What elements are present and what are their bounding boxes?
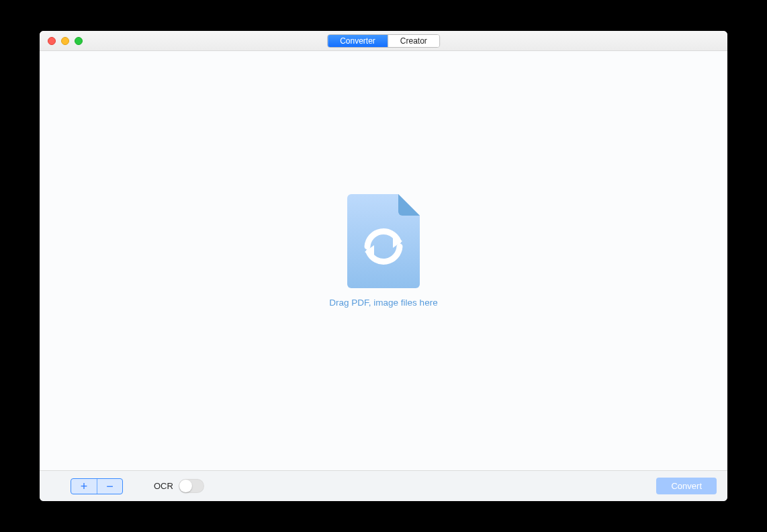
minimize-icon[interactable] <box>61 37 69 45</box>
ocr-group: OCR <box>154 479 204 493</box>
ocr-toggle[interactable] <box>179 479 204 493</box>
file-convert-icon <box>347 194 420 291</box>
maximize-icon[interactable] <box>75 37 83 45</box>
remove-button[interactable]: − <box>97 479 122 494</box>
ocr-label: OCR <box>154 481 173 491</box>
toggle-knob <box>179 480 192 492</box>
tab-converter[interactable]: Converter <box>328 35 388 47</box>
bottom-toolbar: + − OCR Convert <box>40 470 727 501</box>
window-controls <box>48 37 83 45</box>
add-button[interactable]: + <box>71 479 97 494</box>
plus-icon: + <box>81 480 88 492</box>
titlebar: Converter Creator <box>40 31 727 51</box>
add-remove-group: + − <box>71 478 123 494</box>
drop-zone-label: Drag PDF, image files here <box>329 298 437 308</box>
app-window: Converter Creator <box>40 31 727 501</box>
close-icon[interactable] <box>48 37 56 45</box>
minus-icon: − <box>106 480 114 492</box>
mode-switcher: Converter Creator <box>327 34 440 48</box>
tab-creator[interactable]: Creator <box>388 35 439 47</box>
convert-button[interactable]: Convert <box>656 478 717 494</box>
drop-zone[interactable]: Drag PDF, image files here <box>40 51 727 470</box>
